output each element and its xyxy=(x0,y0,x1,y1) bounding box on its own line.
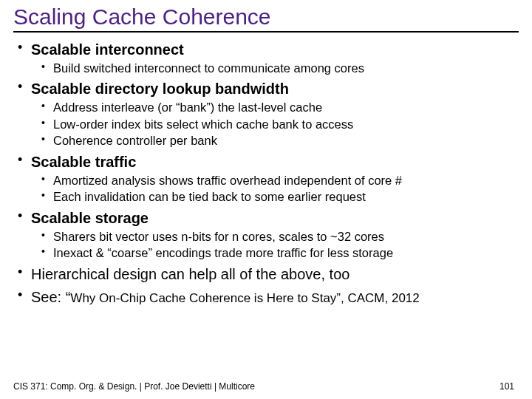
bullet-scalable-directory: Scalable directory lookup bandwidth Addr… xyxy=(31,79,519,149)
sub-bullet: Inexact & “coarse” encodings trade more … xyxy=(53,245,519,261)
bullet-heading: Scalable storage xyxy=(31,210,149,226)
sub-bullet: Low-order index bits select which cache … xyxy=(53,117,519,132)
sub-bullet: Amortized analysis shows traffic overhea… xyxy=(53,173,519,188)
bullet-list: Scalable interconnect Build switched int… xyxy=(13,40,519,307)
bullet-see-reference: See: “Why On-Chip Cache Coherence is Her… xyxy=(31,287,519,307)
bullet-heading: Scalable directory lookup bandwidth xyxy=(31,81,289,97)
bullet-heading: Scalable interconnect xyxy=(31,41,184,58)
sub-bullet: Sharers bit vector uses n-bits for n cor… xyxy=(53,229,519,245)
bullet-heading: Scalable traffic xyxy=(31,154,136,170)
bullet-scalable-interconnect: Scalable interconnect Build switched int… xyxy=(31,40,519,76)
slide: Scaling Cache Coherence Scalable interco… xyxy=(0,0,532,399)
sub-bullet: Each invalidation can be tied back to so… xyxy=(53,189,519,205)
sub-list: Sharers bit vector uses n-bits for n cor… xyxy=(31,229,519,262)
sub-list: Address interleave (or “bank”) the last-… xyxy=(31,100,519,149)
slide-title: Scaling Cache Coherence xyxy=(13,4,519,30)
bullet-text: Hierarchical design can help all of the … xyxy=(31,266,349,282)
sub-bullet: Build switched interconnect to communica… xyxy=(53,61,519,76)
bullet-scalable-traffic: Scalable traffic Amortized analysis show… xyxy=(31,152,519,205)
bullet-prefix: See: “ xyxy=(31,289,70,305)
bullet-scalable-storage: Scalable storage Sharers bit vector uses… xyxy=(31,208,519,262)
bullet-hierarchical: Hierarchical design can help all of the … xyxy=(31,265,519,284)
sub-bullet: Coherence controller per bank xyxy=(53,133,519,149)
sub-list: Amortized analysis shows traffic overhea… xyxy=(31,173,519,205)
slide-footer: CIS 371: Comp. Org. & Design. | Prof. Jo… xyxy=(13,381,255,392)
title-rule xyxy=(13,31,519,33)
reference-text: Why On-Chip Cache Coherence is Here to S… xyxy=(70,291,419,305)
sub-list: Build switched interconnect to communica… xyxy=(31,61,519,76)
page-number: 101 xyxy=(499,381,514,392)
sub-bullet: Address interleave (or “bank”) the last-… xyxy=(53,100,519,115)
